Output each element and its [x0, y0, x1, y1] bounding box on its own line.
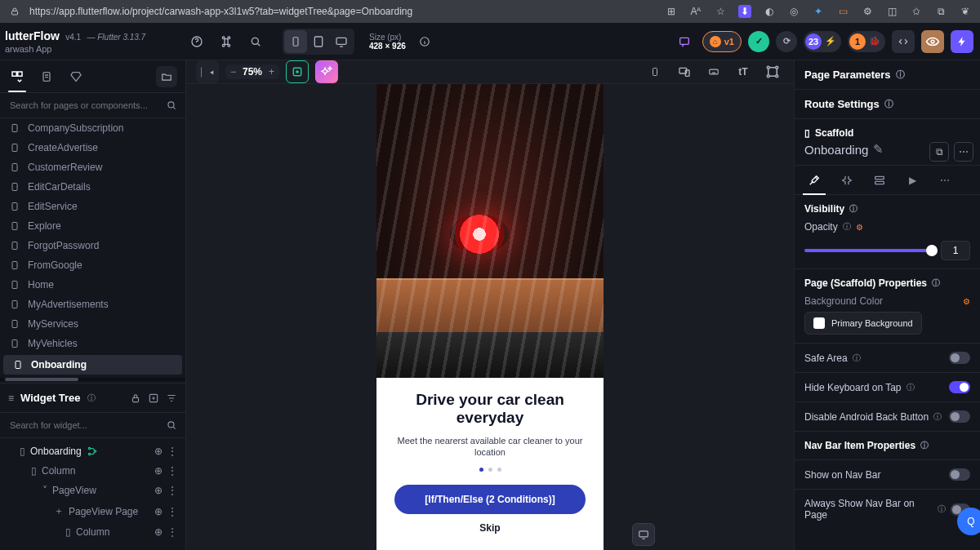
extension-icon[interactable]: ◎ — [787, 5, 800, 18]
sync-badge[interactable]: ⟳ — [776, 31, 797, 52]
check-badge[interactable]: ✓ — [748, 31, 769, 52]
tree-more-icon[interactable]: ⋮ — [167, 526, 177, 538]
bg-color-swatch[interactable]: Primary Background — [804, 312, 922, 335]
ext-off-icon[interactable]: ▭ — [836, 5, 849, 18]
ai-magic-icon[interactable] — [315, 60, 338, 83]
page-item[interactable]: Onboarding — [3, 355, 182, 375]
tree-row[interactable]: ▯Column⊕⋮ — [0, 522, 185, 542]
widgets-panel-icon[interactable] — [286, 60, 309, 83]
hide-keyboard-toggle[interactable] — [949, 381, 970, 393]
transform-icon[interactable] — [761, 60, 784, 83]
add-widget-icon[interactable] — [148, 393, 159, 404]
zoom-out-icon[interactable]: − — [230, 66, 236, 78]
folder-button[interactable] — [156, 66, 177, 87]
tree-row[interactable]: ▯Column⊕⋮ — [0, 461, 185, 481]
tab-doc-icon[interactable] — [38, 68, 56, 86]
safe-area-toggle[interactable] — [949, 352, 970, 364]
version-chip[interactable]: ⌂v1 — [702, 31, 742, 52]
settings-icon[interactable]: ⚙ — [963, 297, 970, 306]
gear-icon[interactable]: ⚙ — [861, 5, 874, 18]
address-bar[interactable]: https://app.flutterflow.io/project/carwa… — [29, 6, 412, 17]
page-item[interactable]: MyAdvertisements — [0, 295, 185, 314]
tree-more-icon[interactable]: ⋮ — [167, 465, 177, 477]
tab-animate-icon[interactable]: ▶ — [902, 171, 922, 190]
download-icon[interactable]: ⬇ — [738, 5, 751, 18]
split-icon[interactable]: ◫ — [885, 5, 898, 18]
command-icon[interactable] — [216, 31, 237, 52]
copilot-icon[interactable]: ✦ — [812, 5, 825, 18]
tree-add-icon[interactable]: ⊕ — [154, 446, 163, 457]
tab-backend-icon[interactable] — [870, 171, 889, 190]
issues-chip[interactable]: 23⚡ — [804, 31, 841, 52]
refresh-icon[interactable]: ◐ — [763, 5, 776, 18]
responsive-icon[interactable] — [673, 60, 696, 83]
page-item[interactable]: Home — [0, 275, 185, 295]
tree-add-icon[interactable]: ⊕ — [154, 506, 163, 517]
pages-search-input[interactable] — [8, 100, 166, 111]
opacity-slider[interactable]: 1 — [804, 241, 970, 260]
skip-button[interactable]: Skip — [391, 522, 589, 534]
widget-search[interactable] — [0, 413, 185, 438]
tab-diamond-icon[interactable] — [67, 68, 85, 86]
page-item[interactable]: ForgotPassword — [0, 236, 185, 255]
preview-eye-icon[interactable] — [921, 30, 944, 53]
page-item[interactable]: EditCarDetails — [0, 177, 185, 197]
tree-row[interactable]: ＋PageView Page⊕⋮ — [0, 500, 185, 522]
pages-scrollbar[interactable] — [0, 378, 185, 381]
run-lightning-icon[interactable] — [951, 30, 973, 53]
tab-tools-icon[interactable] — [804, 171, 824, 190]
page-parameters-header[interactable]: Page Parametersⓘ — [795, 60, 980, 90]
copy-icon[interactable]: ⧉ — [929, 142, 949, 162]
edit-icon[interactable]: ✎ — [873, 142, 884, 157]
widget-search-input[interactable] — [8, 419, 166, 431]
tree-more-icon[interactable]: ⋮ — [167, 446, 177, 457]
search-icon[interactable] — [245, 31, 266, 52]
tree-row[interactable]: ▯Onboarding⊕⋮ — [0, 441, 185, 461]
lock-icon[interactable] — [130, 393, 141, 404]
tree-add-icon[interactable]: ⊕ — [154, 465, 163, 477]
tab-actions-icon[interactable] — [837, 171, 857, 190]
info-icon[interactable]: ⓘ — [87, 393, 96, 404]
device-desktop-icon[interactable] — [330, 30, 353, 53]
collapse-left-icon[interactable]: ⎸◂ — [196, 60, 219, 83]
code-icon[interactable] — [892, 30, 915, 53]
collections-icon[interactable]: ⧉ — [934, 5, 947, 18]
info-icon[interactable] — [414, 31, 435, 52]
tab-pages-icon[interactable] — [8, 68, 26, 86]
apps-icon[interactable]: ⊞ — [665, 5, 678, 18]
page-item[interactable]: EditService — [0, 197, 185, 216]
page-item[interactable]: MyVehicles — [0, 334, 185, 353]
opacity-value[interactable]: 1 — [941, 241, 970, 260]
pages-search[interactable] — [0, 93, 185, 118]
device-tablet-icon[interactable] — [307, 30, 330, 53]
help-icon[interactable] — [186, 31, 207, 52]
warnings-chip[interactable]: 1🐞 — [848, 31, 885, 52]
tree-more-icon[interactable]: ⋮ — [167, 506, 177, 517]
disable-back-toggle[interactable] — [949, 410, 970, 423]
page-item[interactable]: CompanySubscription — [0, 118, 185, 138]
help-fab[interactable]: Q — [957, 508, 980, 535]
filter-icon[interactable] — [166, 393, 177, 404]
page-item[interactable]: MyServices — [0, 314, 185, 334]
page-item[interactable]: CreateAdvertise — [0, 138, 185, 157]
tree-add-icon[interactable]: ⊕ — [154, 485, 163, 496]
tree-add-icon[interactable]: ⊕ — [154, 526, 163, 538]
device-phone-icon[interactable] — [284, 30, 307, 53]
route-settings-header[interactable]: Route Settingsⓘ — [795, 90, 980, 119]
page-item[interactable]: Explore — [0, 216, 185, 236]
page-item[interactable]: FromGoogle — [0, 255, 185, 275]
page-item[interactable]: CustomerReview — [0, 157, 185, 177]
more-icon[interactable]: ⋯ — [954, 142, 973, 162]
tree-more-icon[interactable]: ⋮ — [167, 485, 177, 496]
text-tt-icon[interactable]: tT — [732, 60, 755, 83]
favorites-icon[interactable]: ✩ — [910, 5, 923, 18]
device-icon[interactable] — [644, 60, 666, 83]
device-fab-icon[interactable] — [632, 523, 655, 546]
text-aa-icon[interactable]: Aᴬ — [689, 5, 702, 18]
cta-button[interactable]: [If/Then/Else (2 Conditions)] — [394, 485, 586, 514]
star-icon[interactable]: ☆ — [714, 5, 727, 18]
show-nav-toggle[interactable] — [949, 468, 970, 481]
keyboard-icon[interactable] — [702, 60, 725, 83]
page-name-label[interactable]: Onboarding — [804, 143, 868, 157]
tab-more-icon[interactable]: ⋯ — [935, 171, 955, 190]
